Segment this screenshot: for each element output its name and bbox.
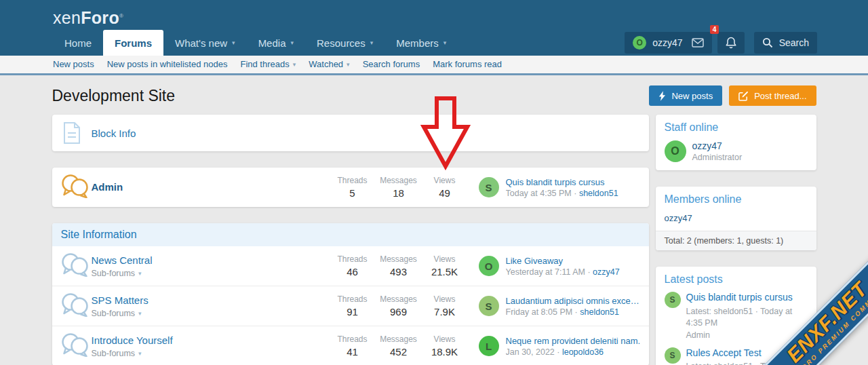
staff-role: Administrator [692, 153, 743, 162]
nav-item-home[interactable]: Home [53, 30, 103, 56]
messages-stat: Messages969 [376, 294, 422, 318]
category-header[interactable]: Site Information [52, 223, 649, 246]
forum-comments-icon [60, 174, 92, 201]
alerts-badge: 4 [710, 25, 719, 34]
admin-forum-panel: Admin Threads5 Messages18 Views49 S Quis… [52, 168, 649, 207]
chevron-down-icon: ▾ [293, 61, 296, 68]
nav-item-forums[interactable]: Forums [103, 30, 163, 56]
latest-post-link[interactable]: Quis blandit turpis cursus [686, 292, 808, 304]
forum-row: SPS Matters Sub-forums▾ Threads91 Messag… [52, 286, 649, 326]
subnav-new-posts[interactable]: New posts [53, 59, 94, 69]
threads-stat: Threads46 [330, 254, 376, 277]
avatar[interactable]: S [479, 177, 499, 197]
staff-online-block: Staff online O ozzy47 Administrator [656, 115, 816, 170]
latest-user-link[interactable]: leopoldo36 [562, 347, 604, 357]
chevron-down-icon: ▾ [138, 310, 142, 317]
forum-row: Introduce Yourself Sub-forums▾ Threads41… [52, 326, 649, 365]
annotation-arrow-down [420, 96, 471, 170]
avatar[interactable]: O [479, 256, 499, 276]
views-stat: Views18.9K [422, 334, 468, 358]
views-stat: Views21.5K [422, 254, 468, 277]
staff-username-link[interactable]: ozzy47 [692, 140, 722, 151]
subnav-search-forums[interactable]: Search forums [363, 59, 420, 69]
subnav-watched[interactable]: Watched▾ [309, 59, 349, 69]
views-stat: Views7.9K [422, 294, 468, 318]
latest-user-link[interactable]: ozzy47 [593, 267, 620, 277]
avatar[interactable]: S [479, 296, 499, 316]
messages-stat: Messages18 [376, 176, 422, 199]
threads-stat: Threads91 [330, 294, 376, 318]
messages-stat: Messages493 [376, 254, 422, 277]
nav-item-media[interactable]: Media▾ [247, 30, 305, 56]
latest-posts-title: Latest posts [656, 267, 816, 290]
members-online-block: Members online ozzy47 Total: 2 (members:… [656, 187, 816, 250]
avatar[interactable]: L [479, 336, 499, 356]
document-icon [63, 122, 81, 144]
latest-post-forum: Admin [686, 330, 808, 340]
latest-thread-link[interactable]: Quis blandit turpis cursus [506, 177, 618, 187]
forum-row: News Central Sub-forums▾ Threads46 Messa… [52, 246, 649, 286]
edit-icon [738, 91, 749, 101]
views-stat: Views49 [422, 176, 468, 199]
forum-comments-icon [60, 332, 92, 360]
account-menu[interactable]: O ozzy47 [625, 32, 711, 54]
chevron-down-icon: ▾ [443, 39, 447, 46]
threads-stat: Threads41 [330, 334, 376, 358]
member-username-link[interactable]: ozzy47 [665, 213, 692, 223]
conversations-icon[interactable] [692, 38, 704, 47]
avatar[interactable]: S [665, 292, 681, 308]
subforums-toggle[interactable]: Sub-forums▾ [92, 269, 330, 278]
avatar[interactable]: O [665, 140, 686, 162]
main-nav: Home Forums What's new▾ Media▾ Resources… [53, 30, 458, 56]
latest-thread-link[interactable]: Like Giveaway [506, 256, 620, 266]
subnav-new-posts-whitelisted[interactable]: New posts in whitelisted nodes [107, 59, 228, 69]
latest-user-link[interactable]: sheldon51 [579, 189, 618, 198]
forum-title-news-central[interactable]: News Central [92, 254, 153, 266]
forum-title-introduce-yourself[interactable]: Introduce Yourself [92, 334, 173, 346]
bell-icon [726, 37, 736, 49]
subforums-toggle[interactable]: Sub-forums▾ [92, 349, 330, 358]
nav-item-members[interactable]: Members▾ [384, 30, 458, 56]
search-icon [762, 37, 773, 48]
forum-row: Admin Threads5 Messages18 Views49 S Quis… [52, 168, 649, 207]
latest-user-link[interactable]: sheldon51 [580, 307, 619, 317]
chevron-down-icon: ▾ [138, 270, 142, 277]
page-title: Development Site [52, 87, 176, 105]
forum-comments-icon [60, 252, 92, 280]
username: ozzy47 [652, 37, 682, 48]
subnav-find-threads[interactable]: Find threads▾ [240, 59, 296, 69]
subnav-mark-forums-read[interactable]: Mark forums read [433, 59, 502, 69]
site-information-panel: Site Information News Central Sub-forums… [52, 223, 649, 365]
staff-online-user: O ozzy47 Administrator [656, 138, 816, 170]
nav-item-whats-new[interactable]: What's new▾ [163, 30, 247, 56]
search-button[interactable]: Search [754, 32, 817, 54]
trademark-mark: ® [119, 13, 123, 19]
chevron-down-icon: ▾ [232, 39, 235, 46]
nav-item-resources[interactable]: Resources▾ [305, 30, 384, 56]
post-thread-button[interactable]: Post thread... [729, 85, 816, 106]
forum-comments-icon [60, 292, 92, 320]
chevron-down-icon: ▾ [290, 39, 294, 46]
members-online-title: Members online [656, 187, 816, 210]
chevron-down-icon: ▾ [370, 39, 374, 46]
latest-post-meta: Latest: sheldon51 · Today at 4:35 PM [686, 306, 808, 330]
block-info-link[interactable]: Block Info [92, 128, 136, 139]
subforums-toggle[interactable]: Sub-forums▾ [92, 309, 330, 318]
forum-title-admin[interactable]: Admin [92, 181, 123, 193]
avatar[interactable]: S [665, 347, 681, 364]
bolt-icon [658, 91, 666, 101]
xenforo-logo[interactable]: xenForo® [53, 8, 868, 28]
forum-title-sps-matters[interactable]: SPS Matters [92, 294, 149, 306]
latest-thread-link[interactable]: Laudantium adipisci omnis exceptu... [506, 296, 641, 306]
threads-stat: Threads5 [330, 176, 376, 199]
avatar: O [633, 36, 646, 50]
members-online-total: Total: 2 (members: 1, guests: 1) [656, 231, 816, 250]
section-links: New posts New posts in whitelisted nodes… [0, 56, 868, 75]
messages-stat: Messages452 [376, 334, 422, 358]
site-header: xenForo® Home Forums What's new▾ Media▾ … [0, 0, 868, 56]
chevron-down-icon: ▾ [347, 61, 350, 68]
block-info-panel: Block Info [52, 115, 649, 151]
alerts-button[interactable]: 4 [717, 32, 745, 54]
new-posts-button[interactable]: New posts [649, 85, 722, 106]
latest-thread-link[interactable]: Neque rem provident deleniti nam. [506, 336, 641, 346]
